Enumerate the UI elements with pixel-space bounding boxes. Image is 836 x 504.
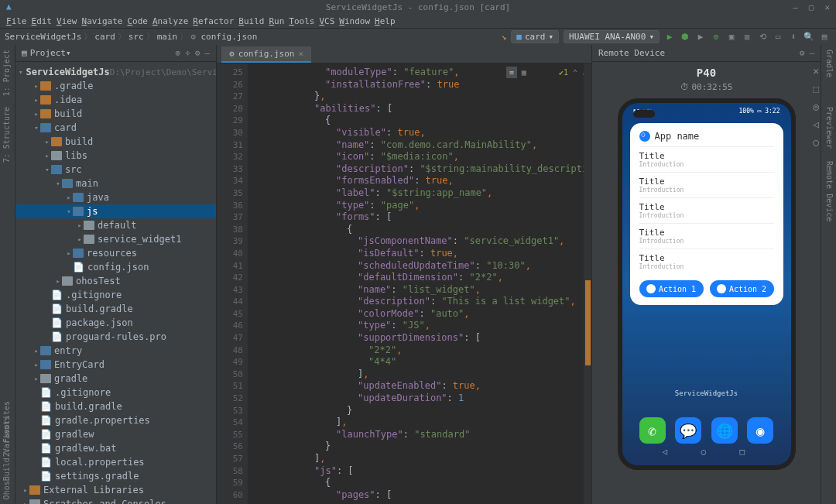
menu-run[interactable]: Run [269,16,284,26]
chevron-up-icon[interactable]: ⌃ [573,68,577,77]
tree-item[interactable]: ▸External Libraries [15,483,216,497]
breadcrumb[interactable]: card [94,32,115,42]
tree-item[interactable]: ▸.gradle [15,79,216,93]
error-stripe[interactable] [584,63,591,504]
previewer-gear-icon[interactable]: ⚙ [800,48,805,58]
menu-help[interactable]: Help [375,16,396,26]
prev-home-icon[interactable]: ○ [813,136,819,148]
card-list-item[interactable]: TitleIntroduction [639,249,774,274]
stop-icon[interactable]: ■ [742,32,752,43]
breadcrumb[interactable]: ServiceWidgetJs [5,32,81,42]
tree-item[interactable]: 📄gradle.properties [15,413,216,427]
attach-icon[interactable]: ▣ [726,32,737,43]
dock-message-icon[interactable]: 💬 [675,417,701,444]
run-config-dropdown[interactable]: ■card ▾ [511,30,559,43]
card-list-item[interactable]: TitleIntroduction [639,223,774,249]
dock-phone-icon[interactable]: ✆ [639,417,666,444]
tree-item[interactable]: 📄local.properties [15,455,216,469]
prev-back-icon[interactable]: ◁ [813,118,819,130]
sdk-icon[interactable]: ⬇ [788,32,799,43]
inspections-badge[interactable]: ✔1 [559,68,568,77]
card-list-item[interactable]: TitleIntroduction [639,146,774,172]
card-list-item[interactable]: TitleIntroduction [639,172,774,197]
tree-root[interactable]: ▾ServiceWidgetJs D:\Project\Demo\Service… [15,65,216,79]
previewer-hide-icon[interactable]: — [809,48,814,58]
tree-item[interactable]: 📄proguard-rules.pro [15,330,216,344]
search-icon[interactable]: 🔍 [803,32,814,43]
sync-icon[interactable]: ⟲ [757,32,768,43]
breadcrumb[interactable]: main [157,32,178,42]
tree-item[interactable]: 📄package.json [15,316,216,330]
device-dropdown[interactable]: HUAWEI ANA-AN00 ▾ [564,30,660,43]
tab-remote-device[interactable]: Remote Device [825,161,834,221]
tree-item[interactable]: 📄.gitignore [15,288,216,302]
nav-back-icon[interactable]: ◁ [663,447,673,458]
tab-gradle[interactable]: Gradle [825,50,834,77]
collapse-icon[interactable]: ÷ [185,48,190,58]
breadcrumb[interactable]: src [128,32,144,42]
dock-browser-icon[interactable]: 🌐 [711,417,738,444]
view-preview-icon[interactable]: ▦ [522,68,526,77]
tree-item[interactable]: ▸libs [15,149,216,163]
dock-camera-icon[interactable]: ◉ [747,417,773,444]
tree-item[interactable]: 📄gradlew [15,427,216,441]
menu-navigate[interactable]: Navigate [82,16,123,26]
prev-expand-icon[interactable]: ⬚ [813,83,819,94]
tab-close-icon[interactable]: × [298,49,303,59]
close-icon[interactable]: ✕ [824,2,830,12]
tree-item[interactable]: ▾card [15,121,216,135]
tab-project[interactable]: 1: Project [2,50,11,96]
coverage-icon[interactable]: ▶ [695,32,706,43]
tab-structure[interactable]: 7: Structure [2,107,11,163]
debug-icon[interactable]: ⬢ [680,32,690,43]
nav-home-icon[interactable]: ○ [701,447,712,458]
tree-item[interactable]: 📄build.gradle [15,399,216,413]
profiler-icon[interactable]: ⊙ [711,32,721,43]
menu-code[interactable]: Code [127,16,148,26]
tree-item[interactable]: ▸java [15,190,216,204]
tree-item[interactable]: 📄config.json [15,260,216,274]
tree-item[interactable]: ▸EntryCard [15,358,216,372]
minimize-icon[interactable]: — [793,2,798,12]
tree-item[interactable]: ▸default [15,218,216,232]
tree-item[interactable]: ▾src [15,163,216,177]
tree-item[interactable]: ▸ohosTest [15,274,216,288]
tree-item[interactable]: 📄.gitignore [15,386,216,399]
avd-icon[interactable]: ▭ [773,32,783,43]
tree-item[interactable]: 📄build.gradle [15,302,216,316]
hide-icon[interactable]: — [204,48,210,58]
menu-window[interactable]: Window [339,16,370,26]
breadcrumb[interactable]: config.json [200,32,257,42]
menu-vcs[interactable]: VCS [319,16,334,26]
action-1-button[interactable]: Action 1 [639,280,704,297]
menu-analyze[interactable]: Analyze [152,16,188,26]
tree-item[interactable]: ▸.idea [15,93,216,107]
menu-file[interactable]: File [6,16,27,26]
tree-item[interactable]: ▸gradle [15,372,216,386]
card-list-item[interactable]: TitleIntroduction [639,197,774,223]
prev-rotate-icon[interactable]: ◎ [813,101,819,112]
code-content[interactable]: "moduleType": "feature","installationFre… [248,63,591,504]
notification-icon[interactable]: ▤ [819,32,830,43]
nav-recent-icon[interactable]: □ [740,447,751,458]
menu-view[interactable]: View [57,16,77,26]
view-list-icon[interactable]: ≡ [506,67,517,78]
menu-build[interactable]: Build [238,16,264,26]
project-tree[interactable]: ▾ServiceWidgetJs D:\Project\Demo\Service… [15,62,216,504]
menu-edit[interactable]: Edit [32,16,53,26]
tree-item[interactable]: 📄settings.gradle [15,469,216,483]
tree-item[interactable]: ▸build [15,135,216,149]
action-2-button[interactable]: Action 2 [710,280,774,297]
gear-icon[interactable]: ⚙ [195,48,200,58]
service-card[interactable]: App name TitleIntroductionTitleIntroduct… [630,123,783,305]
target-icon[interactable]: ⊕ [176,48,181,58]
run-icon[interactable]: ▶ [664,32,675,43]
tree-item[interactable]: ▾main [15,177,216,190]
tree-item[interactable]: 📄gradlew.bat [15,441,216,455]
menu-tools[interactable]: Tools [289,16,314,26]
tree-item[interactable]: ▸build [15,107,216,121]
editor-tab[interactable]: ⚙ config.json × [221,46,311,63]
tab-build-variants[interactable]: OhosBuild Variants [2,416,11,499]
tree-item[interactable]: ▸resources [15,246,216,260]
menu-refactor[interactable]: Refactor [193,16,234,26]
